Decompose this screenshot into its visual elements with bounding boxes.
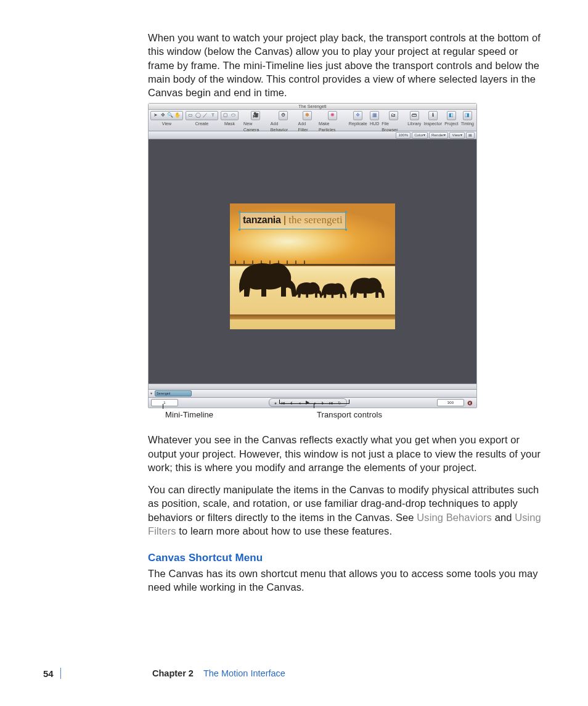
toolbar-add-filter[interactable]: ✽ Add Filter [298, 111, 316, 133]
toolbar-label-mask: Mask [224, 121, 235, 126]
inspector-icon: ℹ [428, 111, 438, 120]
paragraph-4: The Canvas has its own shortcut menu tha… [148, 567, 542, 594]
figure-canvas-window: The Serengeti ➤ ✥ 🔍 ✋ View ▭ [148, 103, 477, 427]
record-button[interactable]: ● [272, 400, 279, 406]
view-popup[interactable]: View ▾ [449, 132, 464, 139]
zoom-tool-icon[interactable]: 🔍 [167, 112, 174, 119]
arrow-tool-icon[interactable]: ➤ [152, 112, 159, 119]
zoom-popup[interactable]: 100% [396, 132, 410, 139]
circle-tool-icon[interactable]: ◯ [195, 112, 202, 119]
toolbar-label: Library [407, 121, 421, 126]
mini-timeline-clip[interactable]: Serengeti [155, 390, 192, 396]
callout-mini-timeline: Mini-Timeline [165, 409, 213, 421]
text-tool-icon[interactable]: T [210, 112, 216, 119]
canvas-area[interactable]: tanzania | the serengeti [149, 139, 476, 384]
hand-tool-icon[interactable]: ✋ [174, 112, 181, 119]
window-titlebar: The Serengeti [149, 104, 476, 110]
library-icon: 🗃 [410, 111, 419, 120]
mini-timeline-marker-icon: ▾ [150, 391, 152, 396]
toolbar-replicate[interactable]: ❖ Replicate [349, 111, 367, 126]
render-popup[interactable]: Render ▾ [429, 132, 448, 139]
toolbar-new-camera[interactable]: 🎥 New Camera [243, 111, 268, 133]
toolbar-group-view[interactable]: ➤ ✥ 🔍 ✋ View [150, 111, 183, 126]
hud-icon: ▦ [370, 111, 379, 120]
toolbar-label-view: View [162, 121, 171, 126]
toolbar-add-behavior[interactable]: ⚙ Add Behavior [271, 111, 296, 133]
color-popup[interactable]: Color ▾ [412, 132, 428, 139]
elephant-silhouette-icon [321, 279, 348, 300]
body-text-column: When you want to watch your project play… [148, 31, 542, 594]
selected-text-layer[interactable]: tanzania | the serengeti [240, 212, 346, 229]
chapter-title: The Motion Interface [203, 668, 285, 678]
toolbar-label: HUD [370, 121, 379, 126]
toolbar-file-browser[interactable]: 🗂 File Browser [382, 111, 405, 133]
toolbar-project[interactable]: ◧ Project [444, 111, 459, 126]
callout-transport-controls: Transport controls [317, 409, 382, 421]
timecode-duration[interactable]: 300 [437, 399, 464, 406]
toolbar-label: Project [444, 121, 459, 126]
footer-divider [60, 668, 61, 679]
mask-ellipse-icon[interactable]: ⬭ [230, 112, 237, 119]
replicate-icon: ❖ [353, 111, 362, 120]
toolbar: ➤ ✥ 🔍 ✋ View ▭ ◯ ／ T [149, 110, 476, 131]
text-run: to learn more about how to use these fea… [176, 525, 393, 536]
chapter-label: Chapter 2 [152, 668, 194, 678]
timing-icon: ◨ [463, 111, 472, 120]
paragraph-3: You can directly manipulate the items in… [148, 483, 542, 538]
toolbar-group-create[interactable]: ▭ ◯ ／ T Create [186, 111, 218, 126]
elephant-silhouette-icon [349, 273, 386, 300]
particles-icon: ✺ [328, 111, 337, 120]
view-options-bar: 100% Color ▾ Render ▾ View ▾ ▤ [149, 131, 476, 139]
toolbar-hud[interactable]: ▦ HUD [370, 111, 379, 126]
paragraph-1: When you want to watch your project play… [148, 31, 542, 99]
pan-tool-icon[interactable]: ✥ [160, 112, 166, 119]
timecode-current[interactable]: 1 [151, 399, 178, 406]
toolbar-library[interactable]: 🗃 Library [407, 111, 421, 126]
page-number: 54 [43, 668, 57, 679]
project-icon: ◧ [447, 111, 456, 120]
mask-rect-icon[interactable]: ▢ [223, 112, 229, 119]
elephant-silhouette-icon [295, 278, 323, 300]
view-mode-icon[interactable]: ▤ [466, 132, 475, 139]
link-using-behaviors[interactable]: Using Behaviors [417, 512, 492, 523]
text-run: and [492, 512, 515, 523]
toolbar-label: Replicate [349, 121, 367, 126]
paragraph-2: Whatever you see in the Canvas reflects … [148, 433, 542, 474]
toolbar-make-particles[interactable]: ✺ Make Particles [319, 111, 346, 133]
filter-icon: ✽ [303, 111, 312, 120]
canvas-content[interactable]: tanzania | the serengeti [230, 203, 395, 329]
toolbar-timing[interactable]: ◨ Timing [461, 111, 474, 126]
figure-callouts: Mini-Timeline Transport controls [148, 408, 477, 427]
mini-timeline[interactable]: ▾ Serengeti [149, 389, 476, 397]
toolbar-group-mask[interactable]: ▢ ⬭ Mask [221, 111, 239, 126]
app-window: The Serengeti ➤ ✥ 🔍 ✋ View ▭ [148, 103, 477, 408]
status-strip [149, 384, 476, 389]
page-footer: 54 Chapter 2 The Motion Interface [43, 668, 545, 679]
toolbar-label: Inspector [423, 121, 442, 126]
toolbar-inspector[interactable]: ℹ Inspector [423, 111, 442, 126]
file-browser-icon: 🗂 [389, 111, 398, 120]
audio-mute-icon[interactable]: 🔇 [467, 400, 473, 406]
toolbar-label-create: Create [195, 121, 209, 126]
elephant-silhouette-icon [237, 256, 298, 300]
gear-icon: ⚙ [279, 111, 288, 120]
toolbar-label: Timing [461, 121, 474, 126]
heading-canvas-shortcut-menu: Canvas Shortcut Menu [148, 551, 542, 565]
line-tool-icon[interactable]: ／ [202, 112, 209, 119]
camera-icon: 🎥 [251, 111, 260, 120]
rect-tool-icon[interactable]: ▭ [187, 112, 194, 119]
